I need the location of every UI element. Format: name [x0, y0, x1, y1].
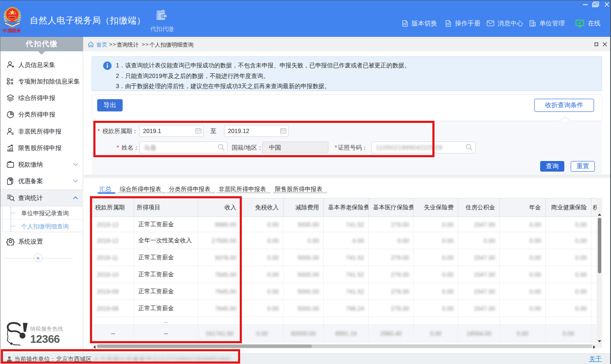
svg-text:中国税务: 中国税务 [3, 28, 22, 33]
